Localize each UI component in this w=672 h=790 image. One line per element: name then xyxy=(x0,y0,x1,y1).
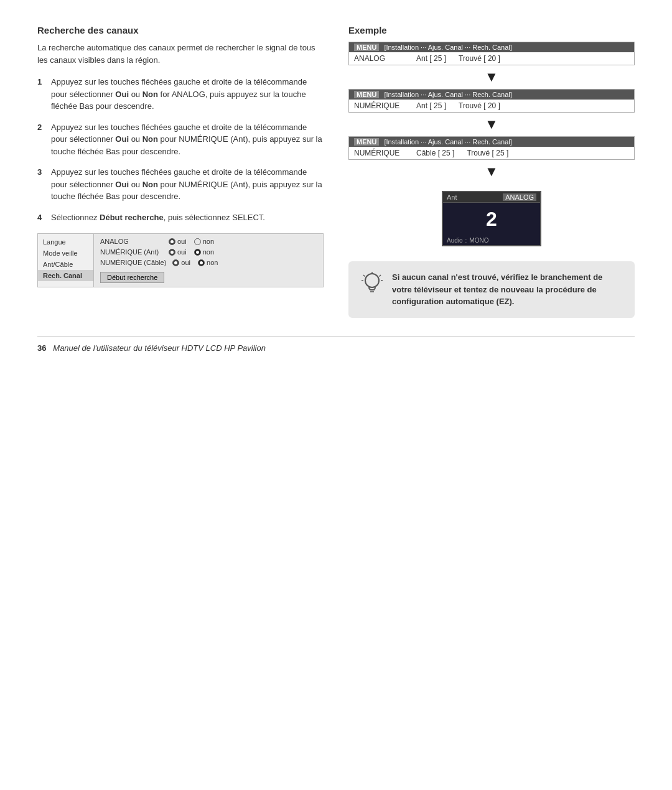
step-2-num: 2 xyxy=(37,121,46,158)
tv-analog-label: ANALOG xyxy=(503,193,536,201)
menu-row-1-label: ANALOG xyxy=(354,54,404,63)
left-column: Recherche des canaux La recherche automa… xyxy=(37,25,324,318)
settings-row-numerique-cable: NUMÉRIQUE (Câble) oui non xyxy=(100,259,317,266)
tip-text: Si aucun canal n'est trouvé, vérifiez le… xyxy=(392,271,622,308)
analog-non-label: non xyxy=(203,238,214,245)
settings-left-menu: Langue Mode veille Ant/Câble Rech. Canal xyxy=(38,234,94,287)
menu-header-1: MENU [Installation ··· Ajus. Canal ··· R… xyxy=(349,42,634,52)
menu-box-2: MENU [Installation ··· Ajus. Canal ··· R… xyxy=(348,89,635,113)
menu-box-3: MENU [Installation ··· Ajus. Canal ··· R… xyxy=(348,136,635,160)
tip-box: Si aucun canal n'est trouvé, vérifiez le… xyxy=(348,261,635,318)
step-3-text: Appuyez sur les touches fléchées gauche … xyxy=(51,166,324,203)
arrow-2: ▼ xyxy=(348,116,635,132)
step-4-num: 4 xyxy=(37,211,46,224)
page: Recherche des canaux La recherche automa… xyxy=(0,0,672,371)
analog-non-option[interactable]: non xyxy=(194,238,214,245)
tv-top-row: Ant ANALOG xyxy=(443,192,540,202)
analog-oui-label: oui xyxy=(177,238,187,245)
right-column: Exemple MENU [Installation ··· Ajus. Can… xyxy=(348,25,635,318)
tv-audio-value: MONO xyxy=(469,237,488,244)
footer-text: 36 Manuel de l'utilisateur du téléviseur… xyxy=(37,343,635,353)
debut-recherche-button[interactable]: Début recherche xyxy=(100,272,164,283)
numerique-ant-non-radio[interactable] xyxy=(194,249,201,256)
menu-path-1: [Installation ··· Ajus. Canal ··· Rech. … xyxy=(384,44,511,51)
step-2: 2 Appuyez sur les touches fléchées gauch… xyxy=(37,121,324,158)
menu-row-1-found: Trouvé [ 20 ] xyxy=(459,54,500,63)
menu-item-langue: Langue xyxy=(38,236,93,248)
numerique-ant-oui-label: oui xyxy=(177,248,187,256)
menu-row-2-ant: Ant [ 25 ] xyxy=(416,101,446,110)
menu-row-2-found: Trouvé [ 20 ] xyxy=(459,101,500,110)
menu-row-3: NUMÉRIQUE Câble [ 25 ] Trouvé [ 25 ] xyxy=(349,147,634,159)
numerique-cable-non-option[interactable]: non xyxy=(198,259,218,266)
menu-label-1: MENU xyxy=(354,44,379,51)
numerique-ant-label: NUMÉRIQUE (Ant) xyxy=(100,248,162,256)
step-1-text: Appuyez sur les touches fléchées gauche … xyxy=(51,76,324,113)
menu-item-rech-canal: Rech. Canal xyxy=(38,270,93,281)
step-4-text: Sélectionnez Début recherche, puis sélec… xyxy=(51,211,324,224)
menu-item-ant-cable: Ant/Câble xyxy=(38,259,93,270)
tv-channel: 2 xyxy=(443,202,540,236)
menu-item-mode-veille: Mode veille xyxy=(38,248,93,259)
numerique-cable-radio-group: oui non xyxy=(172,259,218,266)
tv-colon: : xyxy=(465,237,467,244)
numerique-cable-non-radio[interactable] xyxy=(198,259,205,266)
numerique-ant-non-option[interactable]: non xyxy=(194,248,214,256)
analog-oui-radio[interactable] xyxy=(169,238,175,245)
main-columns: Recherche des canaux La recherche automa… xyxy=(37,25,635,318)
menu-row-3-found: Trouvé [ 25 ] xyxy=(467,149,508,157)
step-1-num: 1 xyxy=(37,76,46,113)
arrow-3: ▼ xyxy=(348,164,635,180)
settings-right-panel: ANALOG oui non xyxy=(94,234,323,287)
step-2-text: Appuyez sur les touches fléchées gauche … xyxy=(51,121,324,158)
intro-text: La recherche automatique des canaux perm… xyxy=(37,42,324,66)
right-section-title: Exemple xyxy=(348,25,635,35)
menu-row-3-ant: Câble [ 25 ] xyxy=(416,149,454,157)
step-4: 4 Sélectionnez Début recherche, puis sél… xyxy=(37,211,324,224)
numerique-cable-label: NUMÉRIQUE (Câble) xyxy=(100,259,166,266)
settings-row-analog: ANALOG oui non xyxy=(100,238,317,245)
tv-screen: Ant ANALOG 2 Audio : MONO xyxy=(442,191,541,246)
menu-header-3: MENU [Installation ··· Ajus. Canal ··· R… xyxy=(349,137,634,147)
menu-box-1: MENU [Installation ··· Ajus. Canal ··· R… xyxy=(348,42,635,65)
numerique-cable-non-label: non xyxy=(207,259,218,266)
analog-oui-option[interactable]: oui xyxy=(169,238,187,245)
menu-row-3-label: NUMÉRIQUE xyxy=(354,149,404,157)
footer-page-num: 36 xyxy=(37,343,46,353)
numerique-ant-oui-option[interactable]: oui xyxy=(169,248,187,256)
footer: 36 Manuel de l'utilisateur du téléviseur… xyxy=(37,337,635,353)
footer-manual-title: Manuel de l'utilisateur du téléviseur HD… xyxy=(53,343,266,353)
lightbulb-icon xyxy=(361,271,383,300)
settings-panel: Langue Mode veille Ant/Câble Rech. Canal… xyxy=(37,233,324,287)
analog-non-radio[interactable] xyxy=(194,238,201,245)
svg-point-0 xyxy=(365,274,379,287)
arrow-1: ▼ xyxy=(348,69,635,85)
step-1: 1 Appuyez sur les touches fléchées gauch… xyxy=(37,76,324,113)
menu-path-3: [Installation ··· Ajus. Canal ··· Rech. … xyxy=(384,138,511,146)
tv-ant-label: Ant xyxy=(447,193,457,201)
analog-radio-group: oui non xyxy=(169,238,214,245)
tv-bottom-row: Audio : MONO xyxy=(443,236,540,245)
steps-list: 1 Appuyez sur les touches fléchées gauch… xyxy=(37,76,324,223)
menu-label-2: MENU xyxy=(354,91,379,98)
numerique-cable-oui-label: oui xyxy=(181,259,190,266)
svg-line-5 xyxy=(380,275,381,277)
tv-mockup-wrapper: Ant ANALOG 2 Audio : MONO xyxy=(348,185,635,253)
left-section-title: Recherche des canaux xyxy=(37,25,324,35)
numerique-ant-oui-radio[interactable] xyxy=(169,249,175,256)
menu-row-2: NUMÉRIQUE Ant [ 25 ] Trouvé [ 20 ] xyxy=(349,100,634,112)
tv-audio-label: Audio xyxy=(447,237,463,244)
step-3: 3 Appuyez sur les touches fléchées gauch… xyxy=(37,166,324,203)
step-3-num: 3 xyxy=(37,166,46,203)
menu-row-2-label: NUMÉRIQUE xyxy=(354,101,404,110)
numerique-cable-oui-radio[interactable] xyxy=(172,259,179,266)
numerique-ant-non-label: non xyxy=(203,248,214,256)
svg-line-4 xyxy=(363,275,365,277)
numerique-ant-radio-group: oui non xyxy=(169,248,214,256)
menu-path-2: [Installation ··· Ajus. Canal ··· Rech. … xyxy=(384,91,511,98)
menu-row-1: ANALOG Ant [ 25 ] Trouvé [ 20 ] xyxy=(349,52,634,65)
menu-header-2: MENU [Installation ··· Ajus. Canal ··· R… xyxy=(349,90,634,100)
analog-label: ANALOG xyxy=(100,238,162,245)
settings-row-numerique-ant: NUMÉRIQUE (Ant) oui non xyxy=(100,248,317,256)
numerique-cable-oui-option[interactable]: oui xyxy=(172,259,190,266)
